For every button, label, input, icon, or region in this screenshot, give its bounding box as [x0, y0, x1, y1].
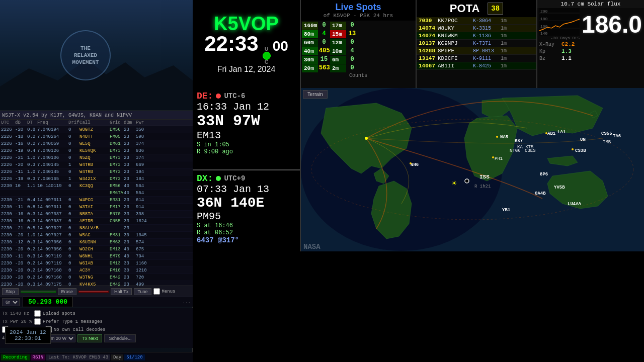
spots-row-30-6: 30m 15 6m 0	[302, 56, 415, 64]
log-grid-16: EM63	[110, 240, 124, 245]
log-dt-11: 0.8	[27, 205, 37, 210]
log-drift-5: 1	[68, 162, 79, 167]
nasa-label: NASA	[303, 243, 320, 251]
tx-next-button[interactable]: Tx Next	[77, 334, 102, 342]
freq-display[interactable]: 50.293 000	[23, 297, 73, 307]
band-10m-val: 4	[347, 47, 357, 55]
log-freq-16: 14.097056	[37, 240, 68, 245]
log-row-19: 2230 -20 0.2 14.097119 0 W6IAB DM13 33 1…	[0, 260, 193, 267]
erase-button[interactable]: Erase	[58, 288, 77, 295]
spots-section: Live Spots of K5VOP - PSK 24 hrs 160m 0 …	[301, 0, 417, 88]
pota-ref-6: K-8425	[473, 63, 501, 69]
log-dt-17: 0.2	[27, 247, 37, 252]
log-call-13: AE7RB	[79, 219, 110, 224]
de-status: S in 1:05	[197, 141, 296, 148]
spots-row-80-15: 80m 4 15m 13	[302, 30, 415, 38]
col-utc: UTC	[1, 120, 15, 125]
pota-ref-1: K-3315	[473, 26, 501, 31]
utc-u: U	[265, 47, 268, 52]
halt-tx-button[interactable]: Halt Tx	[111, 288, 132, 295]
label-tmb: TMB	[603, 140, 611, 145]
spots-bands-container: 160m 0 17m 0 80m 4 15m 13 60m 0 12m 0	[301, 21, 416, 79]
log-call-19: W6IAB	[79, 261, 110, 266]
log-dbm-2: 23	[124, 141, 136, 146]
solar-stat-kp: Kp 1.3	[539, 48, 642, 54]
log-grid-9: EM6TAL	[110, 191, 124, 196]
log-db-12: -16	[15, 212, 27, 217]
log-row-6: 2226 -11 1.0 7.040145 0 W4TRB EM73 23 19…	[0, 168, 193, 175]
log-dbm-16: 23	[124, 240, 136, 245]
log-pwr-7: 184	[136, 176, 150, 182]
pota-ref-0: K-3064	[473, 18, 501, 24]
log-freq-2: 7.040059	[37, 141, 68, 146]
dx-label: DX: UTC+9	[197, 173, 296, 184]
log-drift-2: 0	[68, 141, 79, 146]
log-utc-15: 2230	[1, 233, 15, 238]
log-dt-12: 0.3	[27, 212, 37, 217]
log-dbm-7: 23	[124, 176, 136, 182]
dx-time: 07:33 Jan 13	[197, 184, 296, 195]
tune-button[interactable]: Tune	[134, 288, 151, 295]
upload-label: Upload spots	[43, 311, 75, 316]
log-dbm-0: 23	[124, 127, 136, 132]
log-dt-13: 0.3	[27, 219, 37, 224]
monitor-button[interactable]	[21, 291, 56, 293]
time-display: 22:33 U C 00	[204, 33, 288, 65]
log-dbm-15: 30	[124, 233, 136, 238]
log-utc-7: 2226	[1, 176, 15, 182]
xray-label: X-Ray	[539, 42, 559, 47]
log-pwr-0: 350	[136, 127, 150, 132]
menus-label: Menus	[162, 289, 176, 294]
solar-stats: X-Ray C2.2 Kp 1.3 Bz 1.1	[537, 40, 644, 63]
col-grid: Grid	[110, 120, 124, 125]
pota-freq-4: 14288	[419, 48, 438, 54]
log-utc-12: 2230	[1, 212, 15, 217]
decode-button[interactable]	[78, 291, 109, 293]
band-2m-label: 2m	[330, 64, 346, 72]
pota-time-2: 1m	[501, 33, 513, 39]
col-dt: DT	[27, 120, 37, 125]
log-row-1: 2226 -18 0.2 7.040264 0 N4UTT FM05 23 59…	[0, 133, 193, 140]
log-row-7: 2226 -19 0.3 7.040165 1 W4421X DM73 23 1…	[0, 175, 193, 183]
spots-row-160-17: 160m 0 17m 0	[302, 22, 415, 30]
pota-call-0: KK7POC	[438, 18, 473, 24]
log-freq-20: 14.097160	[37, 268, 68, 273]
terrain-button[interactable]: Terrain	[303, 90, 328, 99]
log-freq-10: 14.097011	[37, 198, 68, 203]
status-psk: RSIN	[31, 354, 46, 360]
right-panel: WSJT-X - Wide Graph ✕ Controls 500 1000 …	[193, 0, 644, 362]
upload-checkbox[interactable]	[34, 310, 41, 317]
log-dbm-5: 33	[124, 162, 136, 167]
col-freq: Freq	[37, 120, 68, 125]
msg-type-checkbox[interactable]	[34, 318, 41, 325]
band-select[interactable]: 6m	[2, 298, 20, 306]
log-drift-8: 0	[68, 184, 79, 189]
log-row-5: 2226 -20 0.3 7.040145 1 W4TRB EM73 33 66…	[0, 161, 193, 168]
log-call-22: KV4KX5	[79, 282, 110, 286]
band-12m-label: 12m	[330, 39, 346, 47]
log-grid-12: EN70	[110, 212, 124, 217]
log-freq-7: 7.040165	[37, 176, 68, 182]
log-pwr-19: 1160	[136, 261, 150, 266]
log-dbm-8: 40	[124, 184, 136, 189]
log-grid-0: EM56	[110, 127, 124, 132]
log-drift-11: 0	[68, 205, 79, 210]
solar-section: 10.7 cm Solar flux 200 180 160 140	[537, 0, 644, 88]
iss-dot	[465, 179, 469, 183]
log-grid-17: DM13	[110, 247, 124, 252]
wsjt-title: WSJT-X v2.54 by K1JT, G4WJS, K9AN and N1…	[2, 113, 132, 118]
log-call-7: W4421X	[79, 176, 110, 182]
pota-entry-4: 14288 8P6PE 8P-0013 1m	[417, 47, 536, 55]
log-row-22: 2230 -20 0.3 14.097175 0 KV4KX5 EM42 23 …	[0, 281, 193, 286]
menus-checkbox[interactable]	[153, 288, 160, 295]
stop-button[interactable]: Stop	[2, 288, 19, 295]
log-freq-6: 7.040145	[37, 169, 68, 174]
spots-row-20-2: 20m 563 2m 0	[302, 64, 415, 72]
log-utc-22: 2230	[1, 282, 15, 286]
solar-title: 10.7 cm Solar flux	[537, 0, 644, 8]
label-na5: NA5	[500, 135, 508, 140]
log-pwr-12: 398	[136, 212, 150, 217]
schedule-button[interactable]: Schedule...	[104, 334, 136, 342]
log-drift-20: 0	[68, 268, 79, 273]
log-call-17: WO2CH	[79, 247, 110, 252]
